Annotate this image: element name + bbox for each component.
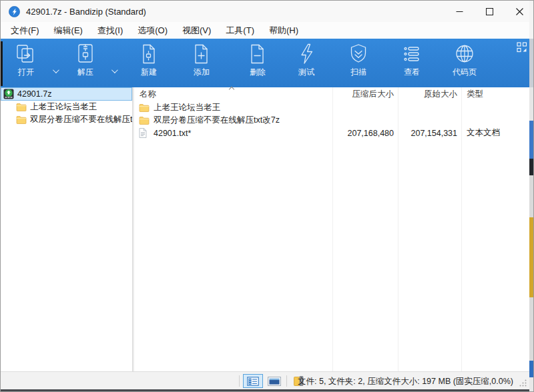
- menu-bar: 文件(F) 编辑(E) 查找(I) 选项(O) 视图(V) 工具(T) 帮助(H…: [1, 22, 534, 39]
- preview-pane-button[interactable]: [265, 374, 284, 388]
- new-archive-label: 新建: [141, 67, 157, 78]
- extract-label: 解压: [77, 67, 93, 78]
- packed-size: 207,168,480: [332, 129, 398, 138]
- extract-icon: [75, 43, 96, 65]
- file-name: 双层分卷压缩不要在线解压txt改7z: [154, 115, 280, 126]
- details-view-icon: [247, 377, 259, 386]
- file-name: 上老王论坛当老王: [154, 102, 220, 113]
- resize-grip[interactable]: [518, 378, 527, 387]
- column-header-original-size[interactable]: 原始大小: [398, 89, 461, 100]
- bandizip-window: 42901.7z - Bandizip (Standard) 文件(F) 编辑(…: [0, 0, 534, 392]
- tree-item-archive-root[interactable]: 42901.7z: [1, 87, 132, 101]
- column-header-name[interactable]: 名称: [134, 89, 332, 100]
- open-dropdown-chevron[interactable]: [49, 64, 60, 77]
- extract-button[interactable]: 解压: [65, 41, 105, 85]
- codepage-label: 代码页: [453, 67, 477, 78]
- statusbar-divider: [239, 375, 240, 387]
- scan-label: 扫描: [350, 67, 366, 78]
- folder-icon: [16, 102, 27, 113]
- new-archive-icon: [138, 43, 160, 65]
- layout-toggle-icon[interactable]: [517, 42, 530, 55]
- toolbar: 打开 解压: [1, 39, 529, 87]
- menu-view[interactable]: 视图(V): [175, 23, 218, 39]
- view-label: 查看: [404, 67, 420, 78]
- file-row-folder[interactable]: 双层分卷压缩不要在线解压txt改7z: [134, 114, 529, 127]
- folder-icon: [139, 103, 150, 113]
- status-bar: 文件: 5, 文件夹: 2, 压缩文件大小: 197 MB (固实压缩,0.0%…: [1, 371, 529, 389]
- delete-button[interactable]: 删除: [238, 41, 278, 85]
- view-icon: [401, 43, 423, 65]
- column-header-packed-size[interactable]: 压缩后大小: [332, 89, 398, 100]
- file-row-folder[interactable]: 上老王论坛当老王: [134, 101, 529, 114]
- scan-icon: [348, 43, 369, 65]
- maximize-button[interactable]: [475, 1, 505, 22]
- scan-button[interactable]: 扫描: [338, 41, 378, 85]
- status-summary: 文件: 5, 文件夹: 2, 压缩文件大小: 197 MB (固实压缩,0.0%…: [298, 376, 513, 387]
- delete-label: 删除: [250, 67, 266, 78]
- title-bar: 42901.7z - Bandizip (Standard): [1, 1, 534, 22]
- add-button[interactable]: 添加: [182, 41, 222, 85]
- codepage-button[interactable]: 代码页: [445, 41, 485, 85]
- test-button[interactable]: 测试: [286, 41, 326, 85]
- tree-item-label: 双层分卷压缩不要在线解压tx: [30, 114, 132, 125]
- menu-options[interactable]: 选项(O): [130, 23, 175, 39]
- codepage-icon: [454, 43, 475, 65]
- text-file-icon: [139, 128, 150, 139]
- tree-item-folder[interactable]: 上老王论坛当老王: [1, 101, 132, 113]
- window-controls: [445, 1, 534, 22]
- statusbar-divider: [286, 375, 287, 387]
- file-list: 名称 压缩后大小 原始大小 类型 上老王论坛当老王: [134, 87, 529, 371]
- desktop-left-sliver: [1, 41, 3, 86]
- main-area: 42901.7z 上老王论坛当老王 双层分卷压缩不要在线解压tx: [1, 87, 529, 371]
- delete-file-icon: [247, 43, 268, 65]
- file-row-file[interactable]: 42901.txt* 207,168,480 207,154,331 文本文档: [134, 127, 529, 139]
- test-icon: [296, 43, 317, 65]
- menu-edit[interactable]: 编辑(E): [47, 23, 90, 39]
- extract-dropdown-chevron[interactable]: [108, 64, 119, 77]
- folder-icon: [16, 115, 27, 125]
- open-icon: [15, 43, 37, 65]
- bandizip-app-icon: [9, 6, 20, 17]
- menu-file[interactable]: 文件(F): [3, 23, 47, 39]
- original-size: 207,154,331: [398, 129, 461, 138]
- open-button[interactable]: 打开: [6, 41, 46, 85]
- folder-icon: [139, 115, 150, 126]
- file-list-header: 名称 压缩后大小 原始大小 类型: [134, 87, 529, 101]
- tree-item-folder[interactable]: 双层分卷压缩不要在线解压tx: [1, 113, 132, 126]
- view-button[interactable]: 查看: [392, 41, 432, 85]
- test-label: 测试: [298, 67, 314, 78]
- open-label: 打开: [18, 67, 34, 78]
- menu-tools[interactable]: 工具(T): [218, 23, 262, 39]
- preview-icon: [268, 377, 281, 386]
- minimize-button[interactable]: [445, 1, 475, 22]
- menu-help[interactable]: 帮助(H): [262, 23, 306, 39]
- new-archive-button[interactable]: 新建: [129, 41, 169, 85]
- window-title: 42901.7z - Bandizip (Standard): [26, 7, 146, 17]
- archive-tree: 42901.7z 上老王论坛当老王 双层分卷压缩不要在线解压tx: [1, 87, 132, 371]
- desktop-bottom-strip: [1, 389, 529, 392]
- file-list-rows: 上老王论坛当老王 双层分卷压缩不要在线解压txt改7z: [134, 101, 529, 139]
- add-file-icon: [191, 43, 212, 65]
- file-type: 文本文档: [461, 127, 529, 139]
- sort-ascending-icon: [230, 87, 235, 93]
- add-label: 添加: [194, 67, 210, 78]
- tree-item-label: 42901.7z: [17, 89, 51, 99]
- column-header-type[interactable]: 类型: [461, 89, 529, 100]
- details-view-button[interactable]: [243, 374, 263, 388]
- desktop-edge-strip: [529, 1, 534, 392]
- tree-item-label: 上老王论坛当老王: [30, 101, 97, 113]
- file-name: 42901.txt*: [154, 129, 191, 138]
- archive-7z-icon: [3, 89, 14, 99]
- menu-find[interactable]: 查找(I): [90, 23, 130, 39]
